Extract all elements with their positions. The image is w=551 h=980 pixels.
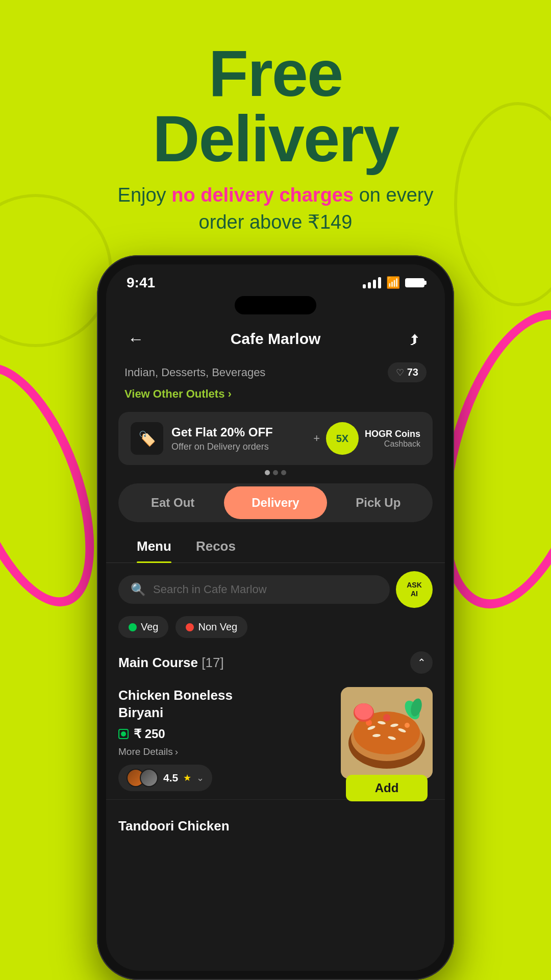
rating-pill[interactable]: 4.5 ★ ⌄ <box>118 765 212 791</box>
dot-1 <box>265 470 270 475</box>
dot-2 <box>273 470 278 475</box>
subtitle-normal1: Enjoy <box>118 184 172 206</box>
restaurant-info: Indian, Desserts, Beverages ♡ 73 <box>106 358 445 384</box>
offer-dots <box>106 470 445 475</box>
offer-text: Get Flat 20% OFF Offer on Delivery order… <box>171 425 273 452</box>
avatar-2 <box>140 769 158 787</box>
phone-outer: 9:41 📶 ← Cafe <box>97 255 454 980</box>
chevron-down-icon: ⌄ <box>196 772 204 783</box>
non-veg-filter[interactable]: Non Veg <box>176 616 247 638</box>
back-arrow-icon: ← <box>128 330 144 349</box>
offer-icon: 🏷️ <box>131 422 163 455</box>
item-image-biryani <box>341 687 433 779</box>
add-button-biryani[interactable]: Add <box>346 775 428 801</box>
back-button[interactable]: ← <box>124 328 147 350</box>
status-time: 9:41 <box>127 275 155 291</box>
hogr-coins-label: HOGR Coins <box>365 429 420 439</box>
menu-item-tandoori-partial: Tandoori Chicken <box>106 800 445 839</box>
likes-count: 73 <box>407 366 418 378</box>
search-bar[interactable]: 🔍 Search in Cafe Marlow <box>118 575 390 604</box>
category-title-group: Main Course [17] <box>118 655 224 671</box>
share-icon: ⮭ <box>408 331 422 348</box>
phone-mockup: 9:41 📶 ← Cafe <box>97 255 454 980</box>
veg-label: Veg <box>141 621 158 633</box>
item-image-wrapper: Add <box>341 687 433 791</box>
chevron-right-more: › <box>175 746 178 757</box>
offer-left: 🏷️ Get Flat 20% OFF Offer on Delivery or… <box>131 422 273 455</box>
collapse-button[interactable]: ⌃ <box>410 651 433 674</box>
offer-coins-text: HOGR Coins Cashback <box>365 429 420 449</box>
dynamic-island <box>235 296 316 314</box>
reviewer-avatars <box>127 769 158 787</box>
svg-point-12 <box>383 714 390 721</box>
restaurant-title: Cafe Marlow <box>231 330 321 348</box>
veg-dot-icon <box>129 623 137 631</box>
search-section: 🔍 Search in Cafe Marlow ASKAI <box>106 563 445 616</box>
hogr-badge: 5X <box>326 422 359 455</box>
heart-icon: ♡ <box>396 367 404 378</box>
likes-badge: ♡ 73 <box>388 362 427 382</box>
non-veg-label: Non Veg <box>198 621 237 633</box>
pickup-tab[interactable]: Pick Up <box>327 486 430 519</box>
chevron-right-icon: › <box>228 387 231 401</box>
battery-icon <box>405 278 424 287</box>
hero-subtitle: Enjoy no delivery charges on every order… <box>0 182 551 236</box>
plus-icon: + <box>313 432 320 445</box>
view-outlets-link[interactable]: View Other Outlets › <box>124 387 427 401</box>
item-name-tandoori: Tandoori Chicken <box>118 818 433 834</box>
veg-filter[interactable]: Veg <box>118 616 168 638</box>
signal-bars-icon <box>363 277 381 288</box>
dot-3 <box>281 470 286 475</box>
cuisine-text: Indian, Desserts, Beverages <box>124 366 265 379</box>
veg-indicator-icon <box>118 729 129 739</box>
subtitle-highlight: no delivery charges <box>171 184 354 206</box>
menu-item-biryani: Chicken BonelessBiryani ₹ 250 More Detai… <box>106 682 445 800</box>
more-details-link[interactable]: More Details › <box>118 746 331 757</box>
hero-title-line1: Free <box>0 41 551 106</box>
search-icon: 🔍 <box>131 582 146 597</box>
subtitle-line2: order above ₹149 <box>199 211 353 233</box>
menu-tabs: Menu Recos <box>106 530 445 563</box>
category-title: Main Course [17] <box>118 655 224 670</box>
ask-ai-button[interactable]: ASKAI <box>396 571 433 608</box>
view-outlets: View Other Outlets › <box>106 384 445 407</box>
delivery-tab[interactable]: Delivery <box>224 486 327 519</box>
wifi-icon: 📶 <box>386 276 400 289</box>
status-bar: 9:41 📶 <box>106 264 445 296</box>
order-type-tabs: Eat Out Delivery Pick Up <box>118 483 433 522</box>
filter-pills: Veg Non Veg <box>106 616 445 646</box>
star-icon: ★ <box>183 772 191 783</box>
phone-inner: 9:41 📶 ← Cafe <box>106 264 445 971</box>
offer-title: Get Flat 20% OFF <box>171 425 273 439</box>
item-price: ₹ 250 <box>134 727 165 741</box>
rating-value: 4.5 <box>163 772 178 784</box>
item-price-row: ₹ 250 <box>118 727 331 741</box>
search-placeholder: Search in Cafe Marlow <box>153 583 267 596</box>
offer-banner[interactable]: 🏷️ Get Flat 20% OFF Offer on Delivery or… <box>118 412 433 465</box>
chevron-up-icon: ⌃ <box>417 656 426 669</box>
offer-subtitle: Offer on Delivery orders <box>171 442 273 452</box>
offer-right: + 5X HOGR Coins Cashback <box>313 422 420 455</box>
svg-point-11 <box>405 723 410 728</box>
svg-point-14 <box>355 703 373 720</box>
subtitle-normal2: on every <box>354 184 433 206</box>
app-header: ← Cafe Marlow ⮭ <box>106 320 445 358</box>
hero-section: Free Delivery Enjoy no delivery charges … <box>0 0 551 256</box>
biryani-image-svg <box>341 687 433 779</box>
hogr-multiplier: 5X <box>336 433 348 445</box>
hero-title-line2: Delivery <box>0 106 551 172</box>
share-button[interactable]: ⮭ <box>404 328 427 350</box>
category-header: Main Course [17] ⌃ <box>106 646 445 682</box>
status-icons: 📶 <box>363 276 424 289</box>
item-details-tandoori: Tandoori Chicken <box>118 818 433 834</box>
tab-menu[interactable]: Menu <box>124 530 184 562</box>
view-outlets-text: View Other Outlets <box>124 387 224 401</box>
non-veg-dot-icon <box>186 623 194 631</box>
hogr-cashback-label: Cashback <box>365 439 420 449</box>
item-details-biryani: Chicken BonelessBiryani ₹ 250 More Detai… <box>118 687 331 791</box>
tab-recos[interactable]: Recos <box>184 530 248 562</box>
ask-ai-label: ASKAI <box>407 581 422 598</box>
eat-out-tab[interactable]: Eat Out <box>121 486 224 519</box>
item-name-biryani: Chicken BonelessBiryani <box>118 687 331 722</box>
